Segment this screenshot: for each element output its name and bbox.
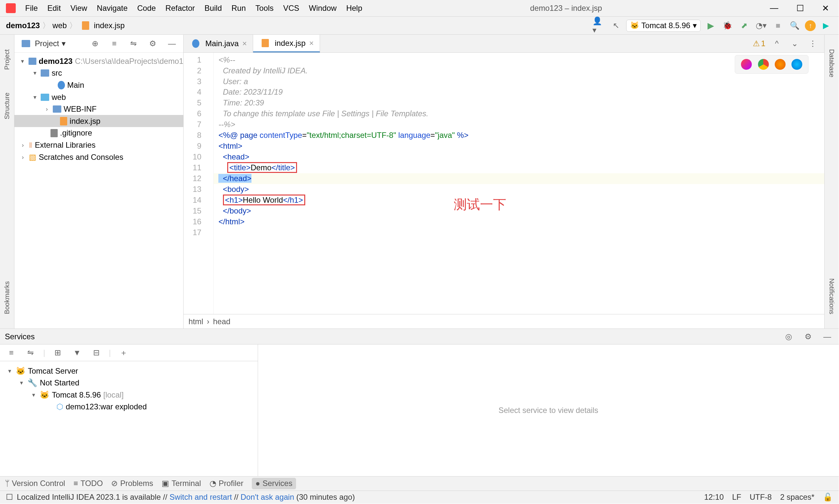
rail-bookmarks[interactable]: Bookmarks xyxy=(3,279,11,316)
menu-code[interactable]: Code xyxy=(134,2,159,14)
intellij-icon[interactable] xyxy=(741,59,752,70)
menu-window[interactable]: Window xyxy=(305,2,340,14)
breadcrumb-project[interactable]: demo123 xyxy=(6,21,40,30)
status-encoding[interactable]: UTF-8 xyxy=(750,492,771,502)
minimize-button[interactable]: — xyxy=(766,3,782,13)
run-button[interactable]: ▶ xyxy=(704,19,717,32)
tomcat-icon: 🐱 xyxy=(630,21,639,30)
select-opened-icon[interactable]: ⊕ xyxy=(88,37,102,50)
profile-button[interactable]: ◔▾ xyxy=(755,19,768,32)
services-panel: Services ◎ ⚙ — ≡ ⇋ | ⊞ ▼ ⊟ | ＋ ▾🐱Tomcat … xyxy=(0,328,839,476)
tool-profiler[interactable]: ◔Profiler xyxy=(209,479,244,488)
crumb-html[interactable]: html xyxy=(189,317,203,326)
tree-scratches[interactable]: ›▧Scratches and Consoles xyxy=(14,151,183,163)
ide-settings-icon[interactable]: ▶ xyxy=(819,19,833,32)
view-icon[interactable]: ⊟ xyxy=(89,346,103,359)
more-icon[interactable]: ⋮ xyxy=(806,37,819,50)
firefox-icon[interactable] xyxy=(775,59,786,70)
menu-edit[interactable]: Edit xyxy=(44,2,65,14)
tool-version-control[interactable]: ᛘVersion Control xyxy=(5,479,65,488)
target-icon[interactable]: ◎ xyxy=(782,330,795,343)
gutter: 1234567891011121314151617 xyxy=(184,53,214,314)
prev-highlight-icon[interactable]: ^ xyxy=(770,37,783,50)
crumb-head[interactable]: head xyxy=(213,317,230,326)
maximize-button[interactable]: ☐ xyxy=(793,3,807,13)
menu-refactor[interactable]: Refactor xyxy=(162,2,199,14)
breadcrumb-folder[interactable]: web xyxy=(52,21,67,30)
warnings-indicator[interactable]: ⚠ 1 xyxy=(753,39,766,48)
tool-problems[interactable]: ⊘Problems xyxy=(111,479,153,488)
tool-todo[interactable]: ≡TODO xyxy=(73,479,103,488)
tree-extlib[interactable]: ›⫴External Libraries xyxy=(14,139,183,151)
hide-panel-icon[interactable]: — xyxy=(165,37,178,50)
status-indent[interactable]: 2 spaces* xyxy=(780,492,815,502)
services-tomcat-server[interactable]: ▾🐱Tomcat Server xyxy=(0,365,258,377)
tree-gitignore[interactable]: .gitignore xyxy=(14,127,183,139)
settings-icon[interactable]: ⚙ xyxy=(146,37,159,50)
menu-run[interactable]: Run xyxy=(228,2,250,14)
search-icon[interactable]: 🔍 xyxy=(788,19,801,32)
tab-main-java[interactable]: Main.java× xyxy=(184,35,253,52)
rail-project[interactable]: Project xyxy=(3,47,11,72)
tree-indexjsp[interactable]: index.jsp xyxy=(14,115,183,127)
user-icon[interactable]: 👤▾ xyxy=(593,19,605,32)
services-not-started[interactable]: ▾🔧Not Started xyxy=(0,377,258,389)
rail-notifications[interactable]: Notifications xyxy=(828,276,835,317)
switch-restart-link[interactable]: Switch and restart xyxy=(170,492,232,501)
status-line-sep[interactable]: LF xyxy=(732,492,741,502)
expand-all-icon[interactable]: ≡ xyxy=(108,37,121,50)
menu-view[interactable]: View xyxy=(67,2,91,14)
status-message: Localized IntelliJ IDEA 2023.1 is availa… xyxy=(17,492,355,502)
filter-icon[interactable]: ▼ xyxy=(70,346,84,359)
group-icon[interactable]: ⊞ xyxy=(51,346,64,359)
services-detail: Select service to view details xyxy=(258,344,839,476)
run-config-selector[interactable]: 🐱 Tomcat 8.5.96 ▾ xyxy=(626,20,701,32)
collapse-all-icon[interactable]: ⇋ xyxy=(127,37,140,50)
tree-webinf[interactable]: ›WEB-INF xyxy=(14,103,183,115)
menu-build[interactable]: Build xyxy=(201,2,226,14)
status-position[interactable]: 12:10 xyxy=(704,492,724,502)
menu-vcs[interactable]: VCS xyxy=(280,2,303,14)
next-highlight-icon[interactable]: ⌄ xyxy=(788,37,801,50)
back-arrow-icon[interactable]: ↖ xyxy=(609,19,622,32)
collapse-icon[interactable]: ⇋ xyxy=(24,346,37,359)
rail-structure[interactable]: Structure xyxy=(3,90,11,122)
update-icon[interactable]: ↑ xyxy=(805,20,816,31)
menu-help[interactable]: Help xyxy=(343,2,366,14)
expand-icon[interactable]: ≡ xyxy=(5,346,18,359)
edge-icon[interactable] xyxy=(791,59,802,70)
dont-ask-link[interactable]: Don't ask again xyxy=(241,492,294,501)
close-button[interactable]: ✕ xyxy=(818,3,833,13)
left-rail: Project Structure Bookmarks xyxy=(0,35,14,328)
rail-database[interactable]: Database xyxy=(828,47,835,80)
chevron-down-icon: ▾ xyxy=(693,21,697,30)
gear-icon[interactable]: ⚙ xyxy=(801,330,815,343)
tree-main[interactable]: Main xyxy=(14,79,183,91)
stop-button[interactable]: ■ xyxy=(771,19,785,32)
services-artifact[interactable]: ⬡demo123:war exploded xyxy=(0,401,258,413)
tree-src[interactable]: ▾src xyxy=(14,67,183,79)
code-editor[interactable]: <%-- Created by IntelliJ IDEA. User: a D… xyxy=(214,53,824,314)
tool-services[interactable]: ●Services xyxy=(252,478,296,489)
status-lock-icon[interactable]: 🔓 xyxy=(823,492,833,502)
close-icon[interactable]: × xyxy=(242,39,247,48)
hide-services-icon[interactable]: — xyxy=(821,330,834,343)
project-panel-title[interactable]: Project ▾ xyxy=(19,39,66,48)
debug-button[interactable]: 🐞 xyxy=(721,19,734,32)
editor-breadcrumb: html›head xyxy=(184,314,824,328)
coverage-button[interactable]: ⬈ xyxy=(738,19,751,32)
menu-file[interactable]: File xyxy=(22,2,41,14)
menu-tools[interactable]: Tools xyxy=(252,2,277,14)
tree-web[interactable]: ▾web xyxy=(14,91,183,103)
close-icon[interactable]: × xyxy=(309,39,314,48)
services-tomcat-instance[interactable]: ▾🐱Tomcat 8.5.96 [local] xyxy=(0,389,258,401)
chrome-icon[interactable] xyxy=(758,59,769,70)
breadcrumb-file[interactable]: index.jsp xyxy=(94,21,124,30)
window-title: demo123 – index.jsp xyxy=(366,4,766,13)
menu-navigate[interactable]: Navigate xyxy=(93,2,131,14)
tool-terminal[interactable]: ▣Terminal xyxy=(161,479,201,488)
right-rail: Database Notifications xyxy=(824,35,839,328)
tab-index-jsp[interactable]: index.jsp× xyxy=(253,35,320,52)
tree-root[interactable]: ▾demo123C:\Users\a\IdeaProjects\demo1 xyxy=(14,55,183,67)
add-service-icon[interactable]: ＋ xyxy=(117,346,130,359)
